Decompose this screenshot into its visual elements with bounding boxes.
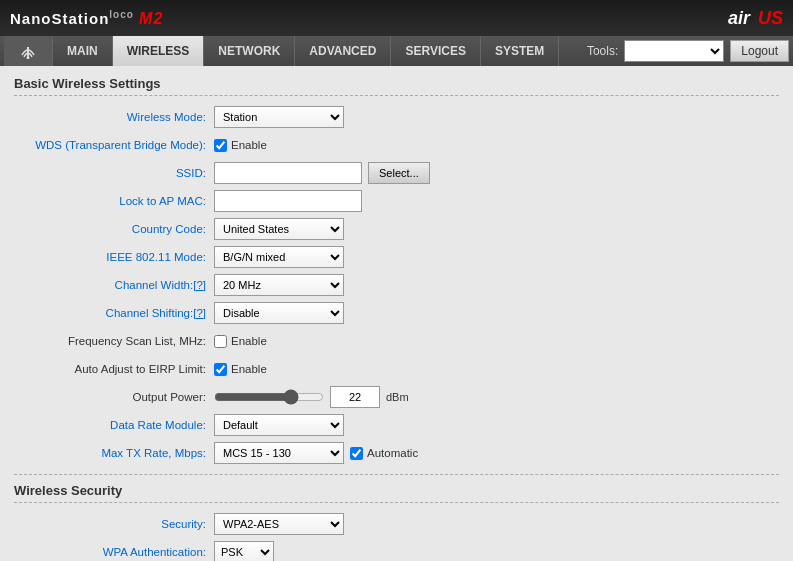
wpa-auth-control: PSK EAP [214, 541, 274, 561]
nav-wireless[interactable]: WIRELESS [113, 36, 205, 66]
data-rate-label: Data Rate Module: [14, 419, 214, 431]
country-code-control: United States Canada United Kingdom [214, 218, 344, 240]
channel-shifting-help[interactable]: [?] [193, 307, 206, 319]
nav-wireless-label: WIRELESS [127, 44, 190, 58]
navbar-right: Tools: Logout [587, 36, 789, 66]
channel-shifting-label: Channel Shifting:[?] [14, 307, 214, 319]
wireless-mode-label: Wireless Mode: [14, 111, 214, 123]
us-label: US [758, 8, 783, 29]
antenna-icon [18, 43, 38, 59]
wireless-mode-select[interactable]: Station Access Point Monitor [214, 106, 344, 128]
output-power-input[interactable] [330, 386, 380, 408]
auto-adjust-control: Enable [214, 363, 267, 376]
wds-label: WDS (Transparent Bridge Mode): [14, 139, 214, 151]
content-area: Basic Wireless Settings Wireless Mode: S… [0, 66, 793, 561]
auto-adjust-label: Auto Adjust to EIRP Limit: [14, 363, 214, 375]
svg-point-1 [27, 57, 30, 60]
channel-width-select[interactable]: 20 MHz 40 MHz [214, 274, 344, 296]
nav-network-label: NETWORK [218, 44, 280, 58]
tools-label: Tools: [587, 44, 618, 58]
auto-adjust-checkbox-label[interactable]: Enable [214, 363, 267, 376]
wpa-auth-row: WPA Authentication: PSK EAP [14, 541, 779, 561]
max-tx-label: Max TX Rate, Mbps: [14, 447, 214, 459]
data-rate-control: Default Custom [214, 414, 344, 436]
channel-shifting-select[interactable]: Disable Enable [214, 302, 344, 324]
nav-network[interactable]: NETWORK [204, 36, 295, 66]
logout-button[interactable]: Logout [730, 40, 789, 62]
wds-checkbox[interactable] [214, 139, 227, 152]
wireless-mode-row: Wireless Mode: Station Access Point Moni… [14, 106, 779, 128]
automatic-checkbox-label[interactable]: Automatic [350, 447, 418, 460]
country-code-row: Country Code: United States Canada Unite… [14, 218, 779, 240]
lock-ap-mac-control [214, 190, 362, 212]
brand-m2: M2 [139, 10, 163, 27]
select-button[interactable]: Select... [368, 162, 430, 184]
ssid-input[interactable] [214, 162, 362, 184]
output-power-label: Output Power: [14, 391, 214, 403]
security-control: WPA2-AES WPA2-TKIP WPA None [214, 513, 344, 535]
wds-control: Enable [214, 139, 267, 152]
channel-width-control: 20 MHz 40 MHz [214, 274, 344, 296]
auto-adjust-enable-text: Enable [231, 363, 267, 375]
air-label: air [728, 8, 750, 29]
nav-services-label: SERVICES [405, 44, 465, 58]
brand-nanostation: NanoStation [10, 10, 109, 27]
ssid-row: SSID: Select... [14, 162, 779, 184]
country-code-label: Country Code: [14, 223, 214, 235]
ieee-mode-control: B/G/N mixed B only G only N only [214, 246, 344, 268]
lock-ap-mac-input[interactable] [214, 190, 362, 212]
freq-scan-checkbox[interactable] [214, 335, 227, 348]
freq-scan-control: Enable [214, 335, 267, 348]
channel-width-row: Channel Width:[?] 20 MHz 40 MHz [14, 274, 779, 296]
output-power-slider[interactable] [214, 390, 324, 404]
nav-system-label: SYSTEM [495, 44, 544, 58]
channel-shifting-row: Channel Shifting:[?] Disable Enable [14, 302, 779, 324]
wireless-mode-control: Station Access Point Monitor [214, 106, 344, 128]
output-power-control: dBm [214, 386, 409, 408]
nav-icon-item[interactable] [4, 36, 53, 66]
data-rate-select[interactable]: Default Custom [214, 414, 344, 436]
nav-advanced-label: ADVANCED [309, 44, 376, 58]
auto-adjust-row: Auto Adjust to EIRP Limit: Enable [14, 358, 779, 380]
brand-logo: NanoStationloco M2 [10, 9, 163, 28]
ieee-mode-select[interactable]: B/G/N mixed B only G only N only [214, 246, 344, 268]
lock-ap-mac-label: Lock to AP MAC: [14, 195, 214, 207]
auto-adjust-checkbox[interactable] [214, 363, 227, 376]
channel-width-text: Channel Width: [115, 279, 194, 291]
wpa-auth-select[interactable]: PSK EAP [214, 541, 274, 561]
nav-main-label: MAIN [67, 44, 98, 58]
freq-scan-checkbox-label[interactable]: Enable [214, 335, 267, 348]
lock-ap-mac-row: Lock to AP MAC: [14, 190, 779, 212]
nav-services[interactable]: SERVICES [391, 36, 480, 66]
channel-width-label: Channel Width:[?] [14, 279, 214, 291]
security-select[interactable]: WPA2-AES WPA2-TKIP WPA None [214, 513, 344, 535]
wpa-auth-label: WPA Authentication: [14, 546, 214, 558]
data-rate-row: Data Rate Module: Default Custom [14, 414, 779, 436]
header: NanoStationloco M2 airUS [0, 0, 793, 36]
nav-advanced[interactable]: ADVANCED [295, 36, 391, 66]
channel-shifting-text: Channel Shifting: [106, 307, 194, 319]
output-power-row: Output Power: dBm [14, 386, 779, 408]
wireless-security-title: Wireless Security [14, 483, 779, 503]
ieee-mode-row: IEEE 802.11 Mode: B/G/N mixed B only G o… [14, 246, 779, 268]
country-code-select[interactable]: United States Canada United Kingdom [214, 218, 344, 240]
wds-checkbox-label[interactable]: Enable [214, 139, 267, 152]
output-power-unit: dBm [386, 391, 409, 403]
nav-main[interactable]: MAIN [53, 36, 113, 66]
max-tx-control: MCS 15 - 130 MCS 14 - 117 MCS 13 - 104 A… [214, 442, 418, 464]
ssid-control: Select... [214, 162, 430, 184]
security-label: Security: [14, 518, 214, 530]
automatic-text: Automatic [367, 447, 418, 459]
brand-loco: loco [109, 9, 134, 20]
freq-scan-enable-text: Enable [231, 335, 267, 347]
tools-select[interactable] [624, 40, 724, 62]
ssid-label: SSID: [14, 167, 214, 179]
nav-system[interactable]: SYSTEM [481, 36, 559, 66]
automatic-checkbox[interactable] [350, 447, 363, 460]
navbar: MAIN WIRELESS NETWORK ADVANCED SERVICES … [0, 36, 793, 66]
channel-width-help[interactable]: [?] [193, 279, 206, 291]
max-tx-select[interactable]: MCS 15 - 130 MCS 14 - 117 MCS 13 - 104 [214, 442, 344, 464]
basic-wireless-title: Basic Wireless Settings [14, 76, 779, 96]
security-row: Security: WPA2-AES WPA2-TKIP WPA None [14, 513, 779, 535]
max-tx-row: Max TX Rate, Mbps: MCS 15 - 130 MCS 14 -… [14, 442, 779, 464]
